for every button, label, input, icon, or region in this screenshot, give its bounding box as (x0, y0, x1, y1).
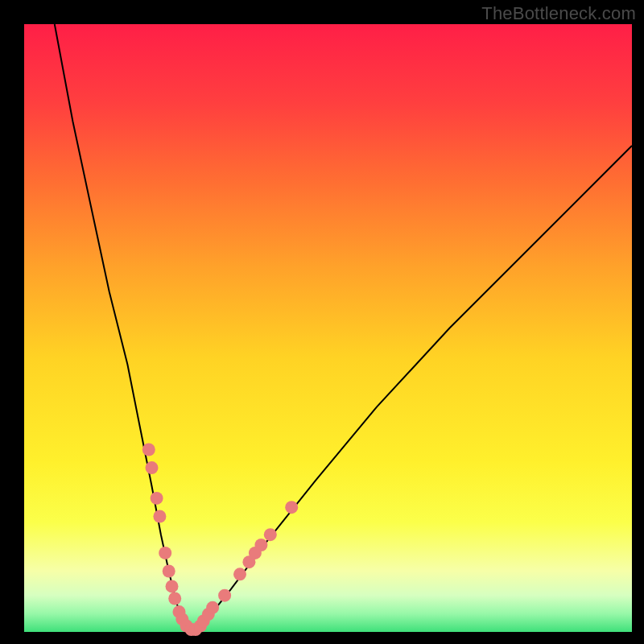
scatter-point (159, 547, 171, 559)
plot-background (24, 24, 632, 632)
scatter-point (254, 539, 267, 551)
scatter-point (206, 601, 219, 614)
scatter-point (153, 510, 166, 523)
chart-svg (0, 0, 644, 644)
scatter-point (233, 568, 246, 580)
scatter-point (166, 580, 179, 592)
scatter-point (163, 565, 175, 578)
scatter-point (146, 461, 159, 474)
chart-container: TheBottleneck.com (0, 0, 644, 644)
watermark-text: TheBottleneck.com (481, 3, 636, 24)
scatter-point (142, 444, 155, 456)
scatter-point (218, 589, 231, 602)
scatter-point (264, 528, 277, 541)
scatter-point (151, 492, 163, 505)
scatter-point (168, 592, 181, 605)
scatter-point (285, 501, 298, 514)
